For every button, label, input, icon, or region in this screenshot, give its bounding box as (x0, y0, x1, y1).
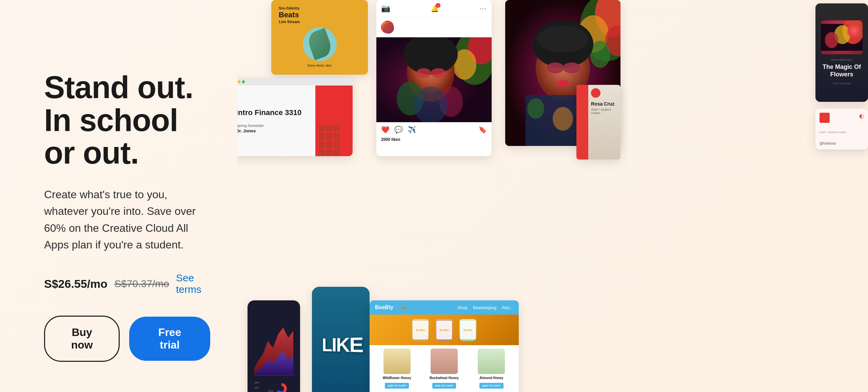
finance-semester: Spring Semester (237, 124, 310, 128)
svg-point-34 (553, 107, 573, 131)
product2-name: Buckwheat Honey (422, 376, 466, 380)
product3-image (478, 349, 505, 374)
svg-point-26 (537, 25, 588, 53)
red-stripe (576, 85, 588, 160)
subtext: Create what's true to you, whatever you'… (44, 186, 210, 254)
camera-icon: 📷 (381, 4, 390, 13)
product2-image (431, 349, 458, 374)
svg-point-30 (557, 80, 569, 86)
see-terms-link[interactable]: See terms (176, 272, 210, 295)
heart-icon[interactable]: ❤️ (381, 126, 390, 134)
add-to-cart-button-1[interactable]: ADD TO CART (385, 383, 409, 389)
product1-image (383, 349, 411, 374)
svg-point-13 (416, 68, 431, 78)
beats-subtitle: Live Stream (279, 20, 360, 24)
svg-text:2017: 2017 (254, 387, 260, 389)
beebly-product-3: Almond Honey ADD TO CART (470, 349, 513, 389)
rosa-card: Rosa Cruz chief + student creator (576, 85, 620, 160)
beebly-product-1: Wildflower Honey ADD TO CART (375, 349, 419, 389)
finance-card: Intro Finance 3310 Spring Semester Dr. J… (237, 78, 353, 156)
comment-icon[interactable]: 💬 (394, 126, 403, 134)
beats-label: Slo-fidelity (279, 6, 360, 10)
magic-label: INSPIRATION: (831, 58, 853, 61)
product3-name: Almond Honey (470, 376, 513, 380)
buy-now-button[interactable]: Buy now (44, 316, 120, 362)
svg-point-38 (825, 32, 839, 49)
svg-point-32 (527, 98, 544, 119)
beebly-nav-beekeeping[interactable]: Beekeeping (473, 305, 496, 310)
svg-rect-1 (254, 375, 293, 376)
notification-icon: 🔔 1 (431, 4, 439, 13)
magic-card: INSPIRATION: The Magic Of Flowers Send M… (815, 3, 868, 102)
finance-title: Intro Finance 3310 (237, 108, 310, 117)
page-container: Stand out. In school or out. Create what… (0, 0, 868, 392)
analytics-phone-card: 38% 2017 2018 (248, 300, 300, 392)
left-content: Stand out. In school or out. Create what… (0, 0, 237, 392)
like-phone-card: LIKE (312, 287, 370, 392)
finance-professor: Dr. Jones (237, 128, 310, 133)
beats-title: Beats (279, 11, 360, 19)
rosa-title: chief + student creator (591, 108, 618, 115)
add-to-cart-button-2[interactable]: ADD TO CART (432, 383, 456, 389)
insta-photo (376, 37, 492, 122)
share-icon[interactable]: ✈️ (408, 126, 416, 134)
like-text: LIKE (322, 332, 363, 357)
svg-text:38%: 38% (254, 381, 259, 384)
magic-image (821, 20, 863, 54)
rosa-name: Rosa Cruz (591, 101, 618, 107)
beebly-logo: BeeBly (375, 304, 393, 311)
bookmark-icon[interactable]: 🔖 (478, 126, 487, 134)
add-to-cart-button-3[interactable]: ADD TO CART (479, 383, 504, 389)
pricing-row: S$26.55/mo S$70.37/mo See terms (44, 272, 210, 295)
svg-text:2018: 2018 (268, 390, 273, 392)
free-trial-button[interactable]: Free trial (129, 317, 210, 361)
price-current: S$26.55/mo (44, 277, 107, 291)
more-icon: ··· (480, 5, 487, 12)
svg-point-28 (563, 62, 580, 73)
beats-footer: Every Weds, 9pm (279, 64, 360, 67)
holarosa-logo (820, 113, 830, 123)
price-original: S$70.37/mo (114, 278, 169, 290)
beebly-nav-about[interactable]: Abo... (502, 305, 513, 310)
headline: Stand out. In school or out. (44, 71, 210, 169)
svg-point-17 (414, 87, 448, 122)
likes-count: 2000 likes (376, 137, 492, 145)
product1-name: Wildflower Honey (375, 376, 419, 380)
beats-card: Slo-fidelity Beats Live Stream Every Wed… (271, 0, 368, 75)
instagram-card: 📷 🔔 1 ··· (376, 0, 492, 156)
svg-point-27 (547, 62, 564, 73)
beebly-nav-shop[interactable]: Shop (457, 305, 468, 310)
svg-point-14 (431, 68, 446, 78)
holarosa-card: ◐ chief + student creator @holarosa (815, 109, 868, 149)
beebly-product-2: Buckwheat Honey ADD TO CART (422, 349, 466, 389)
holarosa-handle: @holarosa (820, 142, 864, 145)
magic-title: The Magic Of Flowers (821, 63, 863, 78)
right-visuals: Slo-fidelity Beats Live Stream Every Wed… (237, 0, 868, 392)
buttons-row: Buy now Free trial (44, 316, 210, 362)
beebly-card: BeeBly 🐝 Shop Beekeeping Abo... BeeBly B… (370, 300, 519, 392)
